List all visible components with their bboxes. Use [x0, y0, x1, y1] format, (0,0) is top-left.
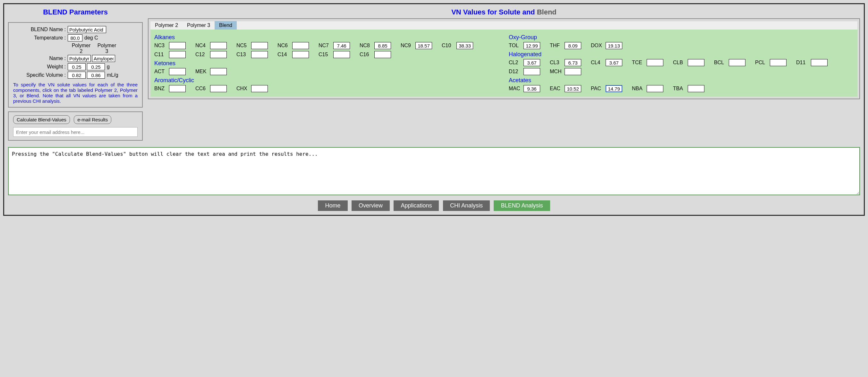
input-weight-p3[interactable] [87, 63, 105, 70]
in-nba[interactable] [647, 85, 663, 92]
in-cc6[interactable] [210, 85, 227, 92]
lbl-cc6: CC6 [195, 86, 210, 91]
tab-bar: Polymer 2 Polymer 3 Blend [150, 21, 858, 30]
lbl-mch: MCH [550, 69, 564, 75]
lbl-cl4: CL4 [591, 60, 606, 65]
in-nc9[interactable] [415, 42, 432, 49]
in-nc6[interactable] [292, 42, 309, 49]
nav-chi-analysis[interactable]: CHI Analysis [443, 200, 490, 211]
top-row: BLEND Parameters BLEND Name : Temperatur… [8, 8, 860, 141]
in-nc3[interactable] [169, 42, 186, 49]
in-tba[interactable] [688, 85, 705, 92]
in-nc4[interactable] [210, 42, 227, 49]
nav-blend-analysis[interactable]: BLEND Analysis [494, 200, 550, 211]
lbl-pcl: PCL [755, 60, 770, 65]
in-nc5[interactable] [251, 42, 268, 49]
in-thf[interactable] [564, 42, 581, 49]
in-nc7[interactable] [333, 42, 350, 49]
tab-blend[interactable]: Blend [215, 21, 237, 30]
vn-right-col: Oxy-Group TOL THF DOX Halogenated CL2 CL… [509, 32, 854, 92]
in-bnz[interactable] [169, 85, 186, 92]
in-chx[interactable] [251, 85, 268, 92]
lbl-nc6: NC6 [277, 43, 292, 49]
group-aromatic: Aromatic/Cyclic [154, 77, 499, 84]
email-button[interactable]: e-mail Results [74, 115, 111, 124]
in-tce[interactable] [647, 59, 663, 66]
input-name-p2[interactable] [68, 55, 91, 62]
group-alkanes: Alkanes [154, 34, 499, 41]
actions-panel: Calculate Blend-Values e-mail Results [8, 111, 143, 141]
app-frame: BLEND Parameters BLEND Name : Temperatur… [3, 3, 865, 216]
in-d12[interactable] [524, 68, 540, 75]
in-c11[interactable] [169, 51, 186, 58]
in-d11[interactable] [811, 59, 828, 66]
in-bcl[interactable] [729, 59, 745, 66]
lbl-cl3: CL3 [550, 60, 564, 65]
lbl-d11: D11 [796, 60, 811, 65]
nav-applications[interactable]: Applications [394, 200, 439, 211]
lbl-mac: MAC [509, 86, 524, 91]
polymer-column-headers: Polymer 2 Polymer 3 [70, 43, 137, 54]
tab-polymer2[interactable]: Polymer 2 [150, 21, 183, 30]
in-c10[interactable] [457, 42, 473, 49]
in-clb[interactable] [688, 59, 705, 66]
in-mch[interactable] [564, 68, 581, 75]
calculate-button[interactable]: Calculate Blend-Values [13, 115, 70, 124]
lbl-eac: EAC [550, 86, 564, 91]
in-c14[interactable] [292, 51, 309, 58]
input-sv-p2[interactable] [68, 71, 86, 79]
group-acetates: Acetates [509, 77, 854, 84]
in-eac[interactable] [564, 85, 581, 92]
in-cl4[interactable] [606, 59, 622, 66]
vn-title: VN Values for Solute and Blend [148, 8, 860, 17]
tab-polymer3[interactable]: Polymer 3 [183, 21, 215, 30]
in-mek[interactable] [210, 68, 227, 75]
unit-degc: deg C [84, 35, 98, 41]
in-pac[interactable] [606, 85, 622, 92]
input-sv-p3[interactable] [87, 71, 105, 79]
blend-params-title: BLEND Parameters [8, 8, 143, 17]
email-input[interactable] [13, 127, 137, 137]
header-polymer2: Polymer 2 [70, 43, 93, 54]
in-nc8[interactable] [374, 42, 391, 49]
nav-home[interactable]: Home [318, 200, 347, 211]
grid-halog: CL2 CL3 CL4 TCE CLB BCL PCL D11 D12 MCH [509, 59, 854, 75]
in-mac[interactable] [524, 85, 540, 92]
lbl-c12: C12 [195, 52, 210, 57]
lbl-c14: C14 [277, 52, 292, 57]
lbl-dox: DOX [591, 43, 606, 49]
label-temperature: Temperature : [13, 35, 68, 41]
grid-ketones: ACT MEK [154, 68, 499, 75]
lbl-chx: CHX [237, 86, 251, 91]
in-c15[interactable] [333, 51, 350, 58]
lbl-bnz: BNZ [154, 86, 169, 91]
in-cl3[interactable] [564, 59, 581, 66]
input-temperature[interactable] [68, 34, 83, 41]
in-act[interactable] [169, 68, 186, 75]
bottom-nav: Home Overview Applications CHI Analysis … [8, 200, 860, 211]
in-c12[interactable] [210, 51, 227, 58]
lbl-tol: TOL [509, 43, 524, 49]
results-textarea[interactable] [8, 147, 860, 195]
input-name-p3[interactable] [92, 55, 115, 62]
vn-left-col: Alkanes NC3 NC4 NC5 NC6 NC7 NC8 NC9 C10 … [154, 32, 499, 92]
lbl-nc3: NC3 [154, 43, 169, 49]
lbl-c15: C15 [318, 52, 333, 57]
input-weight-p2[interactable] [68, 63, 86, 70]
in-cl2[interactable] [524, 59, 540, 66]
in-tol[interactable] [524, 42, 540, 49]
lbl-c10: C10 [442, 43, 457, 49]
in-c13[interactable] [251, 51, 268, 58]
in-pcl[interactable] [770, 59, 786, 66]
label-name: Name : [13, 56, 68, 61]
lbl-nc8: NC8 [360, 43, 374, 49]
lbl-nc4: NC4 [195, 43, 210, 49]
unit-g: g [107, 64, 110, 70]
in-dox[interactable] [606, 42, 622, 49]
row-temperature: Temperature : deg C [13, 34, 137, 41]
in-c16[interactable] [374, 51, 391, 58]
input-blend-name[interactable] [68, 26, 106, 33]
nav-overview[interactable]: Overview [351, 200, 390, 211]
lbl-cl2: CL2 [509, 60, 524, 65]
header-polymer3: Polymer 3 [95, 43, 118, 54]
